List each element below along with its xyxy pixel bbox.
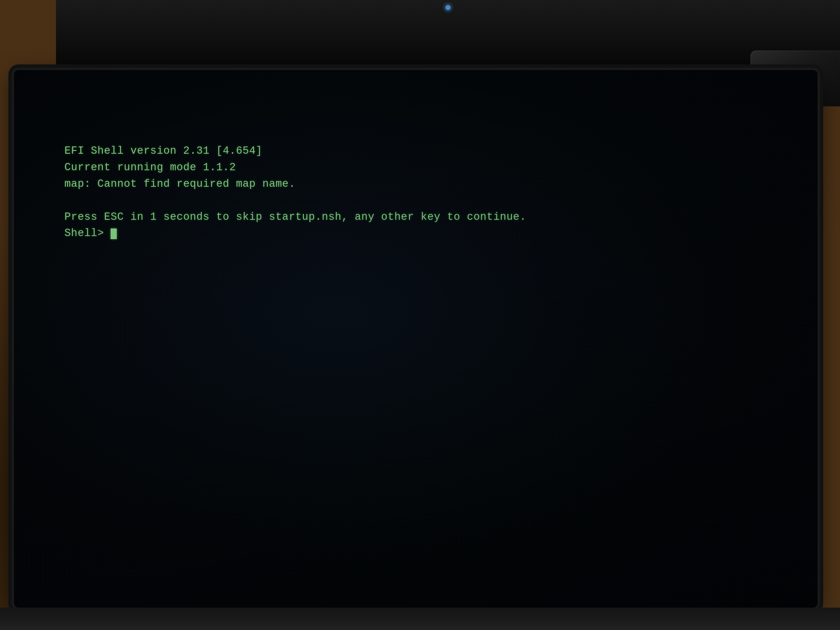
map-error-line: map: Cannot find required map name. xyxy=(65,176,762,193)
laptop-bezel-bottom xyxy=(0,608,840,630)
top-monitor xyxy=(56,0,840,78)
efi-version-line: EFI Shell version 2.31 [4.654] xyxy=(65,143,762,159)
terminal-output: EFI Shell version 2.31 [4.654] Current r… xyxy=(65,143,762,242)
blank-line xyxy=(65,193,762,209)
terminal-cursor xyxy=(111,229,117,239)
shell-prompt-line: Shell> xyxy=(65,225,762,242)
press-esc-line: Press ESC in 1 seconds to skip startup.n… xyxy=(65,209,762,226)
running-mode-line: Current running mode 1.1.2 xyxy=(65,159,762,176)
prompt-text: Shell> xyxy=(65,227,111,239)
monitor-indicator-light xyxy=(445,5,450,10)
laptop-screen: EFI Shell version 2.31 [4.654] Current r… xyxy=(14,70,818,608)
